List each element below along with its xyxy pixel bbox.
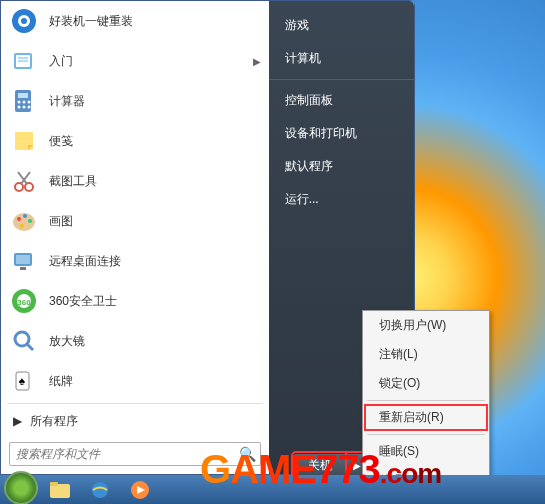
app-item-remote-desktop[interactable]: 远程桌面连接 xyxy=(1,241,269,281)
magnifier-icon xyxy=(9,326,39,356)
svg-rect-8 xyxy=(18,93,28,98)
app-item-solitaire[interactable]: ♠ 纸牌 xyxy=(1,361,269,401)
right-item-default-programs[interactable]: 默认程序 xyxy=(269,150,414,183)
app-label: 放大镜 xyxy=(49,333,85,350)
app-label: 计算器 xyxy=(49,93,85,110)
svg-line-33 xyxy=(27,344,33,350)
search-icon[interactable]: 🔍 xyxy=(236,446,260,462)
cards-icon: ♠ xyxy=(9,366,39,396)
svg-point-2 xyxy=(21,18,27,24)
svg-point-23 xyxy=(23,214,27,218)
svg-point-14 xyxy=(28,106,31,109)
app-label: 好装机一键重装 xyxy=(49,13,133,30)
right-item-computer[interactable]: 计算机 xyxy=(269,42,414,75)
taskbar-explorer-icon[interactable] xyxy=(42,478,78,502)
app-item-haozhuangji[interactable]: 好装机一键重装 xyxy=(1,1,269,41)
app-label: 便笺 xyxy=(49,133,73,150)
taskbar-mediaplayer-icon[interactable] xyxy=(122,478,158,502)
taskbar xyxy=(0,475,545,504)
360-icon: 360 xyxy=(9,286,39,316)
svg-point-22 xyxy=(17,217,21,221)
svg-point-24 xyxy=(28,219,32,223)
divider xyxy=(7,403,263,404)
power-sleep[interactable]: 睡眠(S) xyxy=(363,437,489,466)
start-menu: 好装机一键重装 入门 ▶ 计算器 便笺 截图工具 画图 远程桌面连接 xyxy=(0,0,415,475)
svg-point-32 xyxy=(15,332,29,346)
app-item-calculator[interactable]: 计算器 xyxy=(1,81,269,121)
right-item-run[interactable]: 运行... xyxy=(269,183,414,216)
all-programs-button[interactable]: ▶ 所有程序 xyxy=(1,406,269,436)
submenu-arrow-icon: ▶ xyxy=(253,56,261,67)
right-item-games[interactable]: 游戏 xyxy=(269,9,414,42)
power-restart[interactable]: 重新启动(R) xyxy=(363,403,489,432)
app-item-360safe[interactable]: 360 360安全卫士 xyxy=(1,281,269,321)
svg-rect-28 xyxy=(20,267,26,270)
app-label: 入门 xyxy=(49,53,73,70)
all-programs-label: 所有程序 xyxy=(30,413,78,430)
app-item-sticky-notes[interactable]: 便笺 xyxy=(1,121,269,161)
power-logoff[interactable]: 注销(L) xyxy=(363,340,489,369)
right-item-control-panel[interactable]: 控制面板 xyxy=(269,84,414,117)
svg-point-12 xyxy=(18,106,21,109)
svg-point-25 xyxy=(20,224,24,228)
search-box[interactable]: 🔍 xyxy=(9,442,261,466)
app-item-getting-started[interactable]: 入门 ▶ xyxy=(1,41,269,81)
app-label: 远程桌面连接 xyxy=(49,253,121,270)
app-label: 360安全卫士 xyxy=(49,293,117,310)
svg-point-10 xyxy=(23,101,26,104)
power-switch-user[interactable]: 切换用户(W) xyxy=(363,311,489,340)
power-options-menu: 切换用户(W) 注销(L) 锁定(O) 重新启动(R) 睡眠(S) 休眠(H) xyxy=(362,310,490,496)
search-input[interactable] xyxy=(10,447,236,461)
divider xyxy=(367,400,485,401)
start-menu-left-pane: 好装机一键重装 入门 ▶ 计算器 便笺 截图工具 画图 远程桌面连接 xyxy=(1,1,269,474)
app-item-paint[interactable]: 画图 xyxy=(1,201,269,241)
arrow-right-icon: ▶ xyxy=(13,414,22,428)
svg-point-9 xyxy=(18,101,21,104)
svg-rect-27 xyxy=(16,255,30,264)
start-button[interactable] xyxy=(4,471,38,505)
scissors-icon xyxy=(9,166,39,196)
app-item-snipping-tool[interactable]: 截图工具 xyxy=(1,161,269,201)
sticky-note-icon xyxy=(9,126,39,156)
remote-desktop-icon xyxy=(9,246,39,276)
taskbar-ie-icon[interactable] xyxy=(82,478,118,502)
calculator-icon xyxy=(9,86,39,116)
svg-text:360: 360 xyxy=(17,298,31,307)
right-item-devices-printers[interactable]: 设备和打印机 xyxy=(269,117,414,150)
svg-text:♠: ♠ xyxy=(19,374,26,388)
svg-rect-37 xyxy=(50,482,58,486)
app-icon xyxy=(9,6,39,36)
app-label: 纸牌 xyxy=(49,373,73,390)
palette-icon xyxy=(9,206,39,236)
svg-point-13 xyxy=(23,106,26,109)
book-icon xyxy=(9,46,39,76)
app-label: 截图工具 xyxy=(49,173,97,190)
svg-rect-36 xyxy=(50,484,70,498)
divider xyxy=(269,79,414,80)
app-item-magnifier[interactable]: 放大镜 xyxy=(1,321,269,361)
svg-point-11 xyxy=(28,101,31,104)
app-label: 画图 xyxy=(49,213,73,230)
divider xyxy=(367,434,485,435)
power-lock[interactable]: 锁定(O) xyxy=(363,369,489,398)
